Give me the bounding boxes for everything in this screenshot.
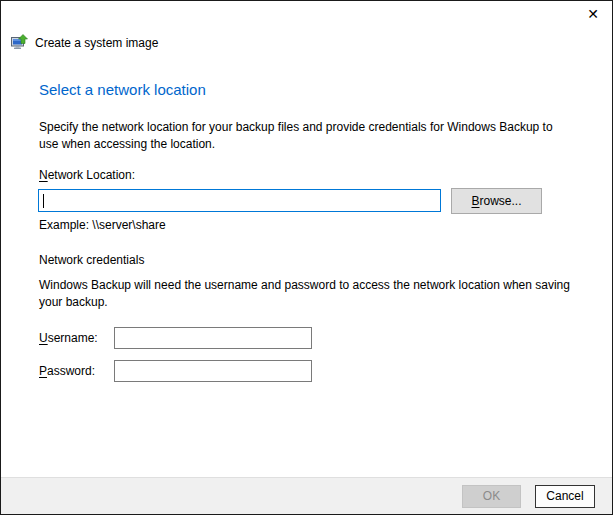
close-icon: ✕ bbox=[587, 6, 599, 22]
window-title: Create a system image bbox=[35, 36, 158, 50]
network-location-label-mnemonic: N bbox=[39, 168, 48, 182]
username-label: Username: bbox=[39, 331, 98, 345]
credentials-description: Windows Backup will need the username an… bbox=[39, 277, 589, 311]
page-title: Select a network location bbox=[39, 81, 206, 98]
password-field[interactable] bbox=[114, 360, 312, 382]
close-button[interactable]: ✕ bbox=[582, 4, 604, 24]
cancel-button[interactable]: Cancel bbox=[535, 485, 595, 508]
password-label-rest: assword: bbox=[47, 364, 95, 378]
credentials-heading: Network credentials bbox=[39, 253, 144, 267]
intro-text: Specify the network location for your ba… bbox=[39, 119, 589, 153]
system-image-icon bbox=[11, 34, 29, 51]
network-location-input-wrap bbox=[38, 189, 441, 212]
username-field[interactable] bbox=[114, 327, 312, 349]
browse-button[interactable]: Browse... bbox=[451, 188, 542, 214]
network-location-label-rest: etwork Location: bbox=[48, 168, 135, 182]
username-label-mnemonic: U bbox=[39, 331, 48, 345]
username-label-rest: sername: bbox=[48, 331, 98, 345]
password-label-mnemonic: P bbox=[39, 364, 47, 378]
create-system-image-dialog: ✕ Create a system image Select a network… bbox=[0, 0, 613, 515]
ok-button[interactable]: OK bbox=[462, 485, 521, 508]
password-label: Password: bbox=[39, 364, 95, 378]
browse-button-mnemonic: B bbox=[471, 194, 479, 208]
footer-bar: OK Cancel bbox=[1, 477, 612, 514]
network-location-input[interactable] bbox=[39, 190, 440, 211]
browse-button-rest: rowse... bbox=[480, 194, 522, 208]
example-text: Example: \\server\share bbox=[39, 218, 166, 232]
title-row: Create a system image bbox=[11, 34, 158, 51]
text-caret bbox=[43, 194, 44, 208]
network-location-label: Network Location: bbox=[39, 168, 135, 182]
